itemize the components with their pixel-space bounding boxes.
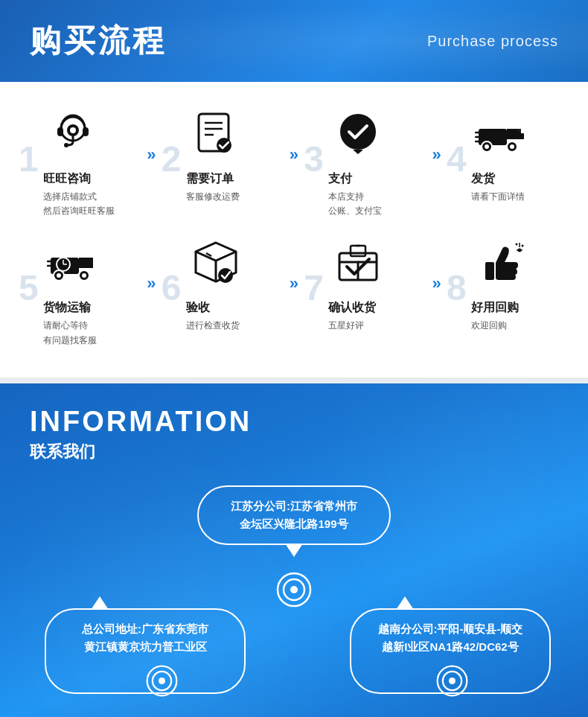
step-2-title: 需要订单 [186,171,246,187]
step-7-desc: 五星好评 [328,319,388,333]
target-icon-center [275,571,313,611]
section-divider [0,377,588,383]
svg-point-36 [218,268,233,283]
svg-point-42 [515,243,517,246]
svg-rect-40 [485,262,494,280]
info-card-jiangsu: 江苏分公司:江苏省常州市 金坛区兴隆北路199号 [197,485,391,545]
arrow-2-3: » [290,104,298,165]
step-3-icon [328,104,388,164]
arrow-6-7: » [290,233,298,293]
step-7-icon [328,233,388,293]
info-cards-wrapper: 江苏分公司:江苏省常州市 金坛区兴隆北路199号 总公司地址:广东省东莞市 黄江… [30,485,558,694]
step-6-content: 验收 进行检查收货 [165,233,246,333]
target-icon-left [145,664,179,701]
process-step-7: 7 确认收货 五星好评 [307,233,423,333]
process-step-5: 5 [22,233,138,347]
process-row-1: 1 旺旺咨询 选择 [22,104,566,218]
process-step-6: 6 验收 进行检查收货 [165,233,281,333]
step-2-icon [186,104,246,164]
step-1-icon [43,104,103,164]
step-8-content: 好用回购 欢迎回购 [450,233,531,333]
info-section: INFORMATION 联系我们 江苏分公司:江苏省常州市 金坛区兴隆北路199… [0,383,588,717]
step-6-desc: 进行检查收货 [186,319,246,333]
step-5-desc: 请耐心等待 有问题找客服 [43,319,103,347]
step-8-title: 好用回购 [471,300,531,316]
info-title-chinese: 联系我们 [30,441,558,463]
arrow-5-6: » [147,233,156,293]
step-1-title: 旺旺咨询 [43,171,115,187]
process-section: 1 旺旺咨询 选择 [0,82,588,377]
step-4-title: 发货 [471,171,531,187]
step-1-desc: 选择店铺款式 然后咨询旺旺客服 [43,190,115,218]
info-title-english: INFORMATION [30,406,558,438]
step-3-title: 支付 [328,171,388,187]
vietnam-line2: 越新I业区NA1路42/DC62号 [382,640,518,653]
header-title-english: Purchase process [427,33,558,50]
svg-point-5 [64,143,68,147]
svg-point-43 [521,245,523,247]
svg-point-17 [485,144,489,149]
arrow-7-8: » [432,233,441,293]
step-2-desc: 客服修改运费 [186,190,246,204]
arrow-1-2: » [147,104,156,165]
svg-point-51 [159,678,165,684]
step-4-icon [471,104,531,164]
svg-point-11 [340,114,376,150]
svg-marker-24 [79,258,93,268]
step-5-content: 货物运输 请耐心等待 有问题找客服 [22,233,103,347]
process-step-1: 1 旺旺咨询 选择 [22,104,138,218]
svg-point-26 [57,273,61,278]
process-step-2: 2 需要订单 客服修改运费 [165,104,281,204]
step-6-icon [186,233,246,293]
svg-point-28 [82,273,86,278]
arrow-3-4: » [432,104,441,165]
svg-rect-38 [351,246,365,256]
step-7-title: 确认收货 [328,300,388,316]
svg-point-48 [290,586,298,593]
header-title-chinese: 购买流程 [30,20,167,62]
step-8-icon [471,233,531,293]
step-7-content: 确认收货 五星好评 [307,233,388,333]
step-3-content: 支付 本店支持 公账、支付宝 [307,104,388,218]
step-8-desc: 欢迎回购 [471,319,531,333]
target-icon-right [435,664,469,701]
process-row-2: 5 [22,233,566,347]
jiangsu-line1: 江苏分公司:江苏省常州市 [231,500,357,512]
step-5-title: 货物运输 [43,300,103,316]
header-section: 购买流程 Purchase process [0,0,588,82]
process-step-4: 4 [450,104,566,204]
step-4-content: 发货 请看下面详情 [450,104,531,204]
step-2-content: 需要订单 客服修改运费 [165,104,246,204]
step-1-content: 旺旺咨询 选择店铺款式 然后咨询旺旺客服 [22,104,115,218]
process-step-3: 3 支付 本店支持 公账、支付宝 [307,104,423,218]
svg-rect-2 [83,127,89,136]
hq-line1: 总公司地址:广东省东莞市 [82,622,208,635]
jiangsu-line2: 金坛区兴隆北路199号 [240,517,348,530]
svg-rect-1 [57,127,63,136]
svg-point-54 [449,678,456,684]
svg-point-19 [510,144,514,149]
hq-line2: 黄江镇黄京坑力普工业区 [84,640,207,653]
step-6-title: 验收 [186,300,246,316]
step-5-icon [43,233,103,293]
step-3-desc: 本店支持 公账、支付宝 [328,190,388,218]
process-step-8: 8 好用回购 [450,233,566,333]
step-4-desc: 请看下面详情 [471,190,531,204]
svg-rect-15 [518,133,524,139]
vietnam-line1: 越南分公司:平阳-顺安县-顺交 [378,622,523,635]
svg-point-4 [70,127,76,133]
